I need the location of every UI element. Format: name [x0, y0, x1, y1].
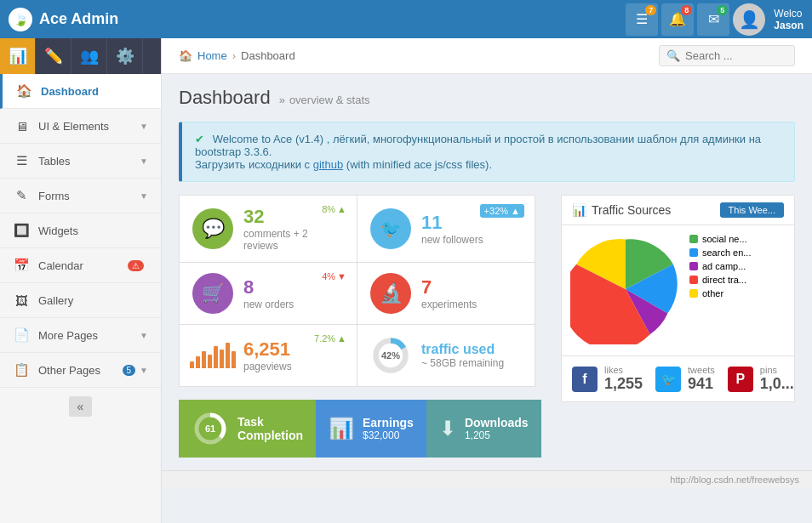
task-pct-label: 61	[205, 424, 215, 434]
twitter-info: tweets 941	[688, 365, 715, 393]
legend-other-label: other	[702, 288, 723, 298]
traffic-title: 📊 Traffic Sources	[572, 203, 671, 217]
traffic-info: traffic used ~ 58GB remaining	[421, 342, 504, 369]
mail-btn[interactable]: ✉ 5	[697, 3, 729, 36]
sidebar-item-ui[interactable]: 🖥 UI & Elements ▼	[0, 109, 161, 144]
legend-search: search en...	[689, 247, 751, 258]
bottom-actions: 61 Task Completion 📊 Earnings $32,000	[179, 400, 535, 458]
earnings-sub: $32,000	[363, 429, 414, 441]
home-icon: 🏠	[179, 49, 192, 62]
legend-ad-label: ad camp...	[702, 261, 746, 271]
messages-btn[interactable]: ☰ 7	[626, 3, 658, 36]
traffic-number: traffic used	[421, 342, 504, 357]
this-week-btn[interactable]: This Wee...	[720, 202, 784, 218]
content-body: Dashboard overview & stats ✔ Welcome to …	[162, 74, 812, 470]
sidebar-item-more[interactable]: 📄 More Pages ▼	[0, 318, 161, 353]
twitter-stat-icon: 🐦	[655, 367, 681, 392]
footer-url: http://blog.csdn.net/freewebsys	[670, 475, 799, 485]
social-legend-dot	[689, 235, 698, 243]
search-box: 🔍	[659, 45, 795, 66]
subnav-users-btn[interactable]: 👥	[71, 38, 107, 74]
breadcrumb-sep: ›	[232, 49, 236, 62]
sidebar-item-other[interactable]: 📋 Other Pages 5 ▼	[0, 353, 161, 388]
down-arrow-icon: ▼	[337, 271, 346, 281]
other-legend-dot	[689, 289, 698, 298]
sidebar-more-label: More Pages	[38, 329, 140, 342]
experiments-number: 7	[421, 276, 477, 298]
bar3	[202, 351, 206, 368]
donut-chart: 42%	[370, 335, 411, 376]
sidebar-item-calendar[interactable]: 📅 Calendar ⚠	[0, 248, 161, 283]
search-input[interactable]	[685, 49, 787, 62]
sidebar: 📊 ✏️ 👥 ⚙️ 🏠 Dashboard 🖥 UI & Elements ▼ …	[0, 38, 162, 523]
stat-followers: 🐦 11 new followers +32% ▲	[357, 196, 535, 262]
comments-desc: comments + 2 reviews	[243, 228, 344, 252]
legend-direct-label: direct tra...	[702, 275, 746, 285]
bar7	[226, 343, 230, 368]
followers-number: 11	[421, 212, 483, 234]
legend-ad: ad camp...	[689, 261, 751, 271]
search-icon: 🔍	[666, 49, 680, 62]
page-title-row: Dashboard overview & stats	[179, 87, 795, 109]
facebook-stat: f likes 1,255	[572, 365, 643, 393]
twitter-stat: 🐦 tweets 941	[655, 365, 715, 393]
other-arrow-icon: ▼	[140, 366, 148, 375]
collapse-sidebar-btn[interactable]: «	[69, 396, 93, 417]
sidebar-collapse: «	[0, 388, 161, 425]
pie-legend: social ne... search en... ad camp...	[689, 234, 751, 347]
task-info: Task Completion	[237, 415, 303, 442]
sidebar-item-tables[interactable]: ☰ Tables ▼	[0, 144, 161, 179]
subnav-edit-btn[interactable]: ✏️	[36, 38, 71, 74]
sidebar-item-forms[interactable]: ✎ Forms ▼	[0, 179, 161, 213]
tables-icon: ☰	[13, 152, 30, 169]
task-title: Task Completion	[237, 415, 303, 442]
facebook-info: likes 1,255	[604, 365, 643, 393]
top-navbar: 🍃 Ace Admin ☰ 7 🔔 8 ✉ 5 👤 Welco Jason	[0, 0, 812, 38]
subnav-chart-btn[interactable]: 📊	[0, 38, 36, 74]
stats-grid: 💬 32 comments + 2 reviews 8% ▲	[179, 195, 535, 387]
alert-github-link[interactable]: github	[313, 158, 343, 171]
ui-arrow-icon: ▼	[140, 122, 148, 131]
subnav-settings-btn[interactable]: ⚙️	[107, 38, 143, 74]
sidebar-item-widgets[interactable]: 🔲 Widgets	[0, 213, 161, 248]
experiments-desc: experiments	[421, 298, 477, 310]
task-completion-card: 61 Task Completion	[179, 400, 316, 458]
page-subtitle: overview & stats	[279, 94, 370, 106]
forms-icon: ✎	[13, 187, 30, 204]
notifications-btn[interactable]: 🔔 8	[661, 3, 694, 36]
main-two-col: 💬 32 comments + 2 reviews 8% ▲	[179, 195, 795, 458]
more-arrow-icon: ▼	[140, 331, 148, 340]
orders-desc: new orders	[243, 298, 294, 310]
navbar-right: ☰ 7 🔔 8 ✉ 5 👤 Welco Jason	[626, 3, 803, 36]
notifications-badge: 8	[681, 5, 692, 15]
orders-number: 8	[243, 276, 294, 298]
downloads-info: Downloads 1,205	[465, 416, 529, 441]
alert-box: ✔ Welcome to Ace (v1.4) , лёгкий, многоф…	[179, 122, 795, 182]
downloads-sub: 1,205	[465, 429, 529, 441]
direct-legend-dot	[689, 276, 698, 284]
brand: 🍃 Ace Admin	[9, 8, 118, 31]
bar6	[220, 350, 224, 368]
pageviews-info: 6,251 pageviews	[243, 338, 292, 372]
brand-icon: 🍃	[9, 8, 32, 31]
calendar-icon: 📅	[13, 257, 30, 274]
pageviews-change: 7.2% ▲	[314, 333, 346, 344]
calendar-badge: ⚠	[128, 260, 144, 271]
left-col: 💬 32 comments + 2 reviews 8% ▲	[179, 195, 535, 458]
sidebar-item-dashboard[interactable]: 🏠 Dashboard	[0, 74, 161, 109]
followers-desc: new followers	[421, 234, 483, 246]
pinterest-count: 1,0...	[760, 375, 794, 393]
breadcrumb-current: Dashboard	[241, 49, 295, 62]
twitter-label: tweets	[688, 365, 715, 375]
stat-experiments: 🔬 7 experiments	[357, 263, 535, 324]
breadcrumb-home[interactable]: Home	[197, 49, 227, 62]
sidebar-item-gallery[interactable]: 🖼 Gallery	[0, 283, 161, 318]
sidebar-calendar-label: Calendar	[38, 259, 128, 272]
pinterest-info: pins 1,0...	[760, 365, 794, 393]
followers-change: +32% ▲	[480, 204, 524, 218]
traffic-panel: 📊 Traffic Sources This Wee...	[561, 195, 795, 402]
facebook-label: likes	[604, 365, 643, 375]
downloads-icon: ⬇	[439, 417, 456, 441]
pie-chart	[570, 234, 681, 347]
traffic-header: 📊 Traffic Sources This Wee...	[562, 196, 794, 225]
